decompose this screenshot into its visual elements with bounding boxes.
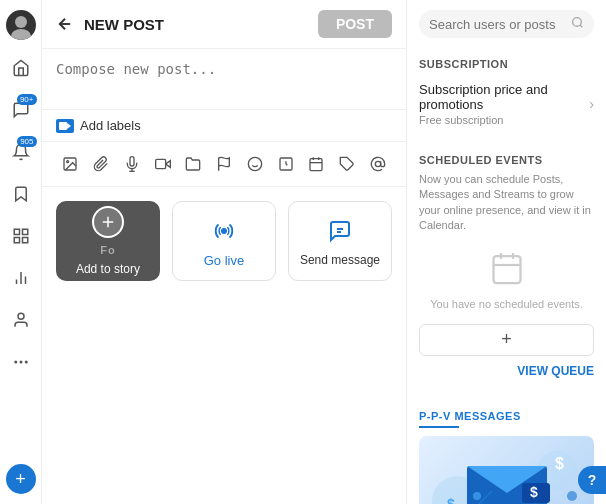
- sidebar-item-profile[interactable]: [3, 302, 39, 338]
- svg-point-57: [567, 491, 577, 501]
- toolbar-emoji-icon[interactable]: [240, 150, 269, 178]
- subscription-title: SUBSCRIPTION: [419, 58, 594, 70]
- message-label: Send message: [300, 253, 380, 267]
- go-live-card[interactable]: Go live: [172, 201, 276, 281]
- post-button[interactable]: POST: [318, 10, 392, 38]
- toolbar-audio-icon[interactable]: [117, 150, 146, 178]
- action-cards: Fo Add to story Go live: [42, 187, 406, 295]
- subscription-section: SUBSCRIPTION Subscription price and prom…: [407, 48, 606, 136]
- send-message-card[interactable]: Send message: [288, 201, 392, 281]
- svg-text:$: $: [555, 455, 564, 472]
- svg-rect-42: [493, 256, 520, 283]
- toolbar-attach-icon[interactable]: [87, 150, 116, 178]
- toolbar-flag-icon[interactable]: [210, 150, 239, 178]
- post-toolbar: [42, 142, 406, 187]
- subscription-label: Subscription price and promotions: [419, 82, 589, 112]
- svg-point-23: [248, 157, 261, 170]
- add-event-button[interactable]: +: [419, 324, 594, 356]
- svg-rect-3: [22, 229, 27, 234]
- svg-point-9: [18, 313, 24, 319]
- svg-rect-21: [155, 159, 165, 168]
- svg-point-10: [20, 361, 22, 363]
- ppv-image: $ $ $: [419, 436, 594, 504]
- svg-rect-4: [22, 238, 27, 243]
- svg-text:$: $: [530, 484, 538, 500]
- sidebar-item-collections[interactable]: [3, 218, 39, 254]
- add-to-story-card[interactable]: Fo Add to story: [56, 201, 160, 281]
- subscription-row[interactable]: Subscription price and promotions Free s…: [419, 76, 594, 132]
- scheduled-section: SCHEDULED EVENTS Now you can schedule Po…: [407, 144, 606, 392]
- no-events-text: You have no scheduled events.: [430, 298, 583, 310]
- sidebar-item-messages[interactable]: 90+: [3, 92, 39, 128]
- ppv-title: P-P-V MESSAGES: [419, 410, 594, 422]
- svg-point-56: [473, 492, 481, 500]
- page-title: NEW POST: [84, 16, 308, 33]
- chevron-right-icon: ›: [589, 96, 594, 112]
- svg-line-41: [580, 25, 582, 27]
- back-button[interactable]: [56, 15, 74, 33]
- svg-rect-14: [59, 122, 67, 130]
- toolbar-mention-icon[interactable]: [363, 150, 392, 178]
- svg-point-11: [25, 361, 27, 363]
- svg-marker-20: [165, 161, 170, 168]
- svg-line-28: [286, 164, 287, 165]
- svg-rect-2: [14, 229, 19, 234]
- sidebar: 90+ 905 +: [0, 0, 42, 504]
- svg-point-0: [15, 16, 27, 28]
- notifications-badge: 905: [17, 136, 36, 147]
- add-button[interactable]: +: [6, 464, 36, 494]
- ppv-underline: [419, 426, 459, 428]
- label-icon: [56, 119, 74, 133]
- add-labels-row[interactable]: Add labels: [42, 110, 406, 142]
- search-box: [419, 10, 594, 38]
- compose-area: [42, 49, 406, 110]
- sidebar-item-notifications[interactable]: 905: [3, 134, 39, 170]
- svg-point-37: [221, 228, 227, 234]
- help-button[interactable]: ?: [578, 466, 606, 494]
- toolbar-video-icon[interactable]: [148, 150, 177, 178]
- sidebar-item-home[interactable]: [3, 50, 39, 86]
- ppv-section: P-P-V MESSAGES $ $ $: [407, 400, 606, 504]
- toolbar-tag-icon[interactable]: [333, 150, 362, 178]
- search-icon: [571, 16, 584, 32]
- avatar[interactable]: [6, 10, 36, 40]
- sidebar-item-bookmarks[interactable]: [3, 176, 39, 212]
- calendar-empty-icon: [489, 250, 525, 294]
- right-panel: SUBSCRIPTION Subscription price and prom…: [406, 0, 606, 504]
- toolbar-folder-icon[interactable]: [179, 150, 208, 178]
- add-labels-text: Add labels: [80, 118, 141, 133]
- subscription-sub-label: Free subscription: [419, 114, 589, 126]
- svg-point-34: [375, 161, 380, 166]
- sidebar-item-analytics[interactable]: [3, 260, 39, 296]
- new-post-header: NEW POST POST: [42, 0, 406, 49]
- svg-point-1: [11, 29, 31, 40]
- messages-badge: 90+: [17, 94, 37, 105]
- search-input[interactable]: [429, 17, 565, 32]
- svg-text:$: $: [447, 496, 455, 504]
- story-icon: [92, 206, 124, 238]
- live-label: Go live: [204, 253, 244, 268]
- no-events-container: You have no scheduled events.: [419, 242, 594, 318]
- subscription-info: Subscription price and promotions Free s…: [419, 82, 589, 126]
- toolbar-calendar-icon[interactable]: [302, 150, 331, 178]
- toolbar-image-icon[interactable]: [56, 150, 85, 178]
- scheduled-title: SCHEDULED EVENTS: [419, 154, 594, 166]
- live-icon: [208, 215, 240, 247]
- svg-marker-15: [67, 123, 71, 129]
- toolbar-timer-icon[interactable]: [271, 150, 300, 178]
- story-label: Add to story: [76, 262, 140, 276]
- svg-point-12: [15, 361, 17, 363]
- compose-input[interactable]: [56, 61, 392, 93]
- story-sub-label: Fo: [100, 244, 115, 256]
- svg-point-40: [573, 18, 582, 27]
- view-queue-link[interactable]: VIEW QUEUE: [419, 362, 594, 382]
- svg-rect-5: [14, 238, 19, 243]
- scheduled-description: Now you can schedule Posts, Messages and…: [419, 172, 594, 234]
- sidebar-item-more[interactable]: [3, 344, 39, 380]
- main-area: NEW POST POST Add labels: [42, 0, 406, 504]
- svg-rect-29: [310, 159, 322, 171]
- message-icon: [324, 215, 356, 247]
- svg-point-17: [67, 161, 69, 163]
